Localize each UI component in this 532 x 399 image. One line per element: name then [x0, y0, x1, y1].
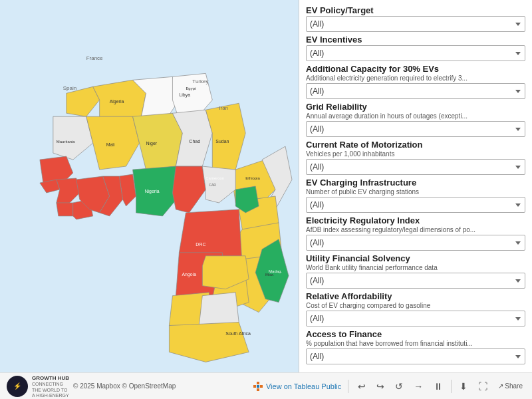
- filter-label-motorization: Current Rate of Motorization: [306, 140, 525, 150]
- main-content: Algeria Libya Egypt Mauritania Mali Nige…: [0, 0, 532, 372]
- svg-text:CAR: CAR: [209, 183, 216, 187]
- filter-group-electricity-regulatory: Electricity Regulatory IndexAfDB index a…: [306, 215, 525, 251]
- filter-label-relative-affordability: Relative Affordability: [306, 291, 525, 301]
- revert-button[interactable]: ↺: [392, 380, 406, 393]
- svg-rect-26: [257, 388, 259, 391]
- filter-label-grid-reliability: Grid Reliability: [306, 102, 525, 112]
- svg-text:DRC: DRC: [196, 242, 205, 247]
- svg-text:Turkey: Turkey: [192, 78, 208, 84]
- tableau-icon: [253, 381, 263, 392]
- svg-text:France: France: [86, 55, 103, 61]
- svg-text:South Africa: South Africa: [225, 332, 251, 336]
- logo-sub1: CONNECTING: [32, 382, 69, 387]
- svg-rect-25: [260, 385, 263, 388]
- toolbar-divider: [348, 380, 348, 393]
- filter-desc-electricity-regulatory: AfDB index assessing regulatory/legal di…: [306, 226, 525, 233]
- share-button[interactable]: ↗ Share: [495, 381, 525, 391]
- logo-line2: GROWTH HUB: [32, 375, 69, 382]
- download-button[interactable]: ⬇: [457, 380, 470, 393]
- svg-rect-22: [257, 382, 259, 384]
- svg-text:Madag.: Madag.: [269, 269, 282, 273]
- filter-select-ev-incentives[interactable]: (All): [306, 45, 525, 61]
- forward-button[interactable]: →: [411, 380, 426, 393]
- redo-button[interactable]: ↪: [374, 380, 387, 393]
- fullscreen-button[interactable]: ⛶: [475, 380, 490, 393]
- filter-group-utility-solvency: Utility Financial SolvencyWorld Bank uti…: [306, 253, 525, 289]
- filter-desc-additional-capacity: Additional electricity generation requir…: [306, 74, 525, 82]
- svg-text:Chad: Chad: [189, 139, 200, 144]
- svg-text:Mali: Mali: [106, 142, 115, 147]
- svg-text:Angola: Angola: [182, 272, 196, 277]
- logo-sub2: THE WORLD TO: [32, 388, 69, 393]
- filter-desc-utility-solvency: World Bank utility financial performance…: [306, 264, 525, 271]
- filter-desc-access-finance: % population that have borrowed from fin…: [306, 340, 525, 347]
- svg-text:Ethiopia: Ethiopia: [245, 176, 260, 180]
- svg-rect-24: [257, 385, 259, 388]
- share-icon: ↗: [498, 382, 503, 390]
- toolbar-divider-2: [451, 380, 452, 393]
- copyright-text: © 2025 Mapbox © OpenStreetMap: [73, 382, 176, 390]
- svg-text:Algeria: Algeria: [110, 99, 124, 104]
- filter-label-ev-incentives: EV Incentives: [306, 35, 525, 45]
- filter-desc-motorization: Vehicles per 1,000 inhabitants: [306, 150, 525, 158]
- logo-area: ⚡ ENERGY FOR GROWTH HUB CONNECTING THE W…: [7, 368, 69, 399]
- filter-label-ev-policy: EV Policy/Target: [306, 5, 525, 15]
- filters-container: EV Policy/Target(All)EV Incentives(All)A…: [306, 5, 525, 364]
- filter-select-ev-charging[interactable]: (All): [306, 197, 525, 213]
- svg-rect-23: [253, 385, 256, 388]
- filter-select-ev-policy[interactable]: (All): [306, 16, 525, 32]
- filter-group-ev-policy: EV Policy/Target(All): [306, 5, 525, 32]
- svg-text:Niger: Niger: [146, 141, 158, 146]
- filter-label-ev-charging: EV Charging Infrastructure: [306, 178, 525, 188]
- logo-sub3: A HIGH-ENERGY: [32, 393, 69, 398]
- filter-select-grid-reliability[interactable]: (All): [306, 121, 525, 137]
- filter-group-relative-affordability: Relative AffordabilityCost of EV chargin…: [306, 291, 525, 327]
- svg-text:Egypt: Egypt: [186, 86, 196, 90]
- filter-select-utility-solvency[interactable]: (All): [306, 273, 525, 289]
- svg-text:Sudan: Sudan: [215, 139, 229, 144]
- filter-select-relative-affordability[interactable]: (All): [306, 311, 525, 327]
- filter-desc-ev-charging: Number of public EV charging stations: [306, 188, 525, 196]
- tableau-public-link[interactable]: View on Tableau Public: [253, 381, 341, 392]
- svg-text:Cameroon: Cameroon: [205, 176, 224, 180]
- filter-desc-grid-reliability: Annual average duration in hours of outa…: [306, 112, 525, 120]
- filter-group-ev-charging: EV Charging InfrastructureNumber of publ…: [306, 178, 525, 213]
- filter-group-motorization: Current Rate of MotorizationVehicles per…: [306, 140, 525, 175]
- filter-select-access-finance[interactable]: (All): [306, 348, 525, 364]
- logo-text-block: ENERGY FOR GROWTH HUB CONNECTING THE WOR…: [32, 368, 69, 399]
- filter-group-additional-capacity: Additional Capacity for 30% EVsAdditiona…: [306, 64, 525, 99]
- right-panel: EV Policy/Target(All)EV Incentives(All)A…: [299, 0, 532, 372]
- filter-label-electricity-regulatory: Electricity Regulatory Index: [306, 215, 525, 225]
- svg-text:Libya: Libya: [179, 92, 190, 98]
- svg-text:Iran: Iran: [219, 105, 228, 111]
- tableau-link-label: View on Tableau Public: [266, 382, 341, 390]
- filter-select-motorization[interactable]: (All): [306, 159, 525, 175]
- bottom-right: View on Tableau Public ↩ ↪ ↺ → ⏸ ⬇ ⛶ ↗ S…: [253, 380, 525, 393]
- filter-select-additional-capacity[interactable]: (All): [306, 83, 525, 99]
- energy-hub-logo: ⚡: [7, 376, 28, 397]
- svg-text:Nigeria: Nigeria: [145, 189, 160, 194]
- filter-select-electricity-regulatory[interactable]: (All): [306, 235, 525, 251]
- toolbar-icons: ↩ ↪ ↺ → ⏸ ⬇ ⛶ ↗ Share: [355, 380, 525, 393]
- filter-group-access-finance: Access to Finance% population that have …: [306, 329, 525, 364]
- pause-button[interactable]: ⏸: [431, 380, 446, 393]
- undo-button[interactable]: ↩: [355, 380, 368, 393]
- svg-text:Spain: Spain: [63, 85, 76, 91]
- filter-desc-relative-affordability: Cost of EV charging compared to gasoline: [306, 302, 525, 309]
- svg-text:Mauritania: Mauritania: [57, 140, 76, 144]
- filter-group-ev-incentives: EV Incentives(All): [306, 35, 525, 61]
- bottom-bar: ⚡ ENERGY FOR GROWTH HUB CONNECTING THE W…: [0, 372, 532, 399]
- filter-label-additional-capacity: Additional Capacity for 30% EVs: [306, 64, 525, 74]
- share-label: Share: [505, 382, 523, 390]
- bottom-left: ⚡ ENERGY FOR GROWTH HUB CONNECTING THE W…: [7, 368, 176, 399]
- filter-label-access-finance: Access to Finance: [306, 329, 525, 339]
- map-panel: Algeria Libya Egypt Mauritania Mali Nige…: [0, 0, 299, 372]
- filter-label-utility-solvency: Utility Financial Solvency: [306, 253, 525, 263]
- filter-group-grid-reliability: Grid ReliabilityAnnual average duration …: [306, 102, 525, 137]
